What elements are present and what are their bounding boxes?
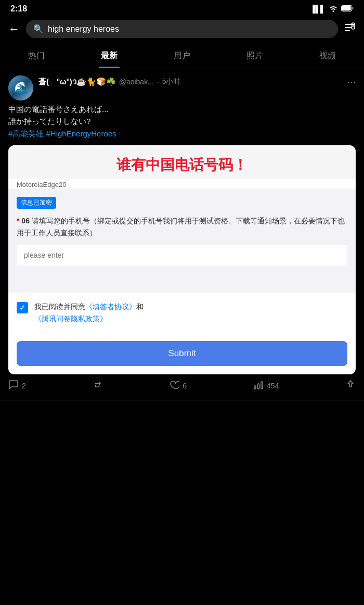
card-big-title: 谁有中国电话号码！ [17,156,347,174]
submit-section: Submit [8,333,356,374]
wifi-icon [329,5,338,14]
checkmark-icon: ✓ [19,304,25,312]
status-icons: ▐▌▌ [310,5,354,14]
phone-input[interactable] [17,245,347,266]
like-icon [169,380,179,393]
tab-hot[interactable]: 热门 [0,44,73,68]
like-count: 6 [183,382,187,390]
card-header: 谁有中国电话号码！ [8,145,356,179]
agreement-section: ✓ 我已阅读并同意《填答者协议》和《腾讯问卷隐私政策》 [8,293,356,333]
svg-rect-2 [352,7,354,10]
tab-photos[interactable]: 照片 [218,44,291,68]
handle: @aoibak... [119,78,154,86]
more-button[interactable]: ··· [347,77,356,87]
agreement-link1[interactable]: 《填答者协议》 [85,302,136,311]
views-action[interactable]: 454 [253,380,279,393]
views-icon [253,380,264,393]
svg-rect-10 [257,384,259,389]
signal-icon: ▐▌▌ [310,5,326,13]
tab-videos[interactable]: 视频 [291,44,364,68]
share-icon [345,380,356,393]
search-icon: 🔍 [33,24,44,34]
tab-latest[interactable]: 最新 [73,44,146,68]
reply-action[interactable]: 2 [8,380,26,393]
submit-button[interactable]: Submit [17,341,347,366]
share-action[interactable] [345,380,356,393]
status-time: 2:18 [10,4,27,14]
tabs: 热门 最新 用户 照片 视频 [0,44,364,68]
embedded-card: 谁有中国电话号码！ MotorolaEdge20 信息已加密 * 06 请填写您… [8,145,356,374]
search-input-wrap[interactable]: 🔍 high energy heroes [26,20,338,38]
tab-users[interactable]: 用户 [146,44,218,68]
search-bar: ← 🔍 high energy heroes [0,16,364,42]
filter-icon[interactable] [344,22,356,36]
tweet-text-line2: 誰か持ってたりしない? [8,116,356,128]
tweet-card: 🌊 蒼(ゝ°ω°)ว☕🐈🍞☘️ @aoibak... · 5小时 ··· 中国の… [0,68,364,400]
agreement-link2[interactable]: 《腾讯问卷隐私政策》 [34,314,107,323]
card-device-label: MotorolaEdge20 [8,179,356,188]
reply-count: 2 [22,382,26,390]
status-bar: 2:18 ▐▌▌ [0,0,364,16]
form-question: * 06 请填写您的手机号（绑定或提交的手机号我们将用于测试资格、下载等通知场景… [17,215,347,238]
svg-rect-1 [342,6,351,11]
tweet-time: · [157,78,159,86]
required-star: * [17,217,19,225]
battery-icon [341,5,354,13]
tweet-timestamp: 5小时 [162,77,181,86]
tweet-header: 🌊 蒼(ゝ°ω°)ว☕🐈🍞☘️ @aoibak... · 5小时 ··· [8,75,356,100]
hashtag-2[interactable]: #HighEnergyHeroes [46,129,116,138]
hashtag-1[interactable]: #高能英雄 [8,129,44,138]
retweet-icon [93,380,103,393]
spacer [8,282,356,293]
reply-icon [8,380,19,393]
question-text: 请填写您的手机号（绑定或提交的手机号我们将用于测试资格、下载等通知场景，在必要情… [17,217,345,236]
agreement-text: 我已阅读并同意《填答者协议》和《腾讯问卷隐私政策》 [34,301,144,324]
tweet-hashtags: #高能英雄 #HighEnergyHeroes [8,129,356,139]
back-button[interactable]: ← [8,22,20,36]
card-body: 信息已加密 * 06 请填写您的手机号（绑定或提交的手机号我们将用于测试资格、下… [8,188,356,282]
avatar: 🌊 [8,75,33,100]
retweet-action[interactable] [93,380,103,393]
search-query: high energy heroes [48,24,119,34]
agreement-prefix: 我已阅读并同意 [34,302,85,311]
agreement-and: 和 [136,302,144,311]
tweet-actions: 2 6 454 [8,374,356,393]
svg-rect-9 [254,386,256,389]
username: 蒼(ゝ°ω°)ว☕🐈🍞☘️ [38,75,116,88]
views-count: 454 [267,382,279,390]
tweet-text-line1: 中国の電話番号さえあれば... [8,104,356,116]
question-num: 06 [21,217,31,225]
tweet-meta: 蒼(ゝ°ω°)ว☕🐈🍞☘️ @aoibak... · 5小时 ··· [38,75,356,88]
like-action[interactable]: 6 [169,380,187,393]
encrypted-badge: 信息已加密 [17,197,56,209]
agreement-checkbox[interactable]: ✓ [17,302,28,313]
tweet-meta-top: 蒼(ゝ°ω°)ว☕🐈🍞☘️ @aoibak... · 5小时 ··· [38,75,356,88]
tweet-body: 中国の電話番号さえあれば... 誰か持ってたりしない? #高能英雄 #HighE… [8,104,356,374]
svg-rect-11 [261,382,263,389]
